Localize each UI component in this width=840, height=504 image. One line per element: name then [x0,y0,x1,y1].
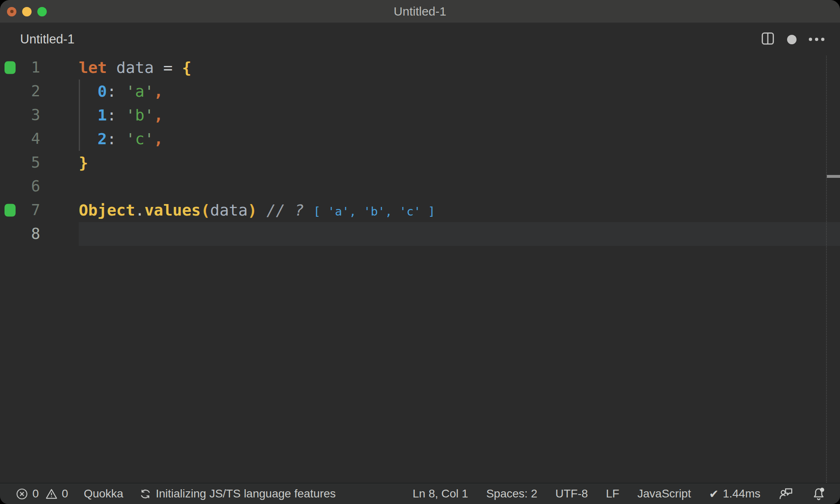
code-token: : [107,130,116,148]
code-token: , [154,106,163,124]
code-token: . [135,201,144,219]
code-token: ' [144,106,154,124]
code-token: ' [126,106,135,124]
code-token: 0 [98,82,107,100]
quokka-run-time[interactable]: ✔ 1.44ms [709,487,760,501]
split-editor-icon[interactable] [761,32,775,47]
code-content: Object.values(data) // ? [ 'a', 'b', 'c'… [79,198,840,222]
code-token: ) [248,201,257,219]
code-line-3[interactable]: 3 1: 'b', [0,103,840,127]
indentation-indicator[interactable]: Spaces: 2 [486,487,537,500]
code-token: = [163,59,173,77]
notifications-button[interactable] [811,486,826,501]
code-token: 2 [98,130,107,148]
code-line-5[interactable]: 5} [0,151,840,175]
code-token: let [79,59,107,77]
code-token [116,106,126,124]
code-content [79,175,840,198]
gutter: 7 [0,198,59,222]
code-token: data [116,59,154,77]
encoding-indicator[interactable]: UTF-8 [555,487,588,500]
code-line-6[interactable]: 6 [0,175,840,198]
line-number[interactable]: 7 [0,198,40,222]
code-token: data [210,201,248,219]
vscode-window: Untitled-1 Untitled-1 1let data = {2 0: … [0,0,840,504]
line-number[interactable]: 3 [0,103,40,127]
quokka-status[interactable]: Quokka [84,487,123,500]
quokka-inline-value: [ 'a', 'b', 'c' ] [313,204,435,218]
problems-indicator[interactable]: 0 0 [16,487,68,500]
tab-filename[interactable]: Untitled-1 [20,23,75,56]
status-bar-right: Ln 8, Col 1 Spaces: 2 UTF-8 LF JavaScrip… [413,486,840,501]
line-number[interactable]: 5 [0,151,40,175]
code-token [304,201,313,219]
code-token: } [79,154,88,172]
notification-badge [820,488,824,492]
code-line-7[interactable]: 7Object.values(data) // ? [ 'a', 'b', 'c… [0,198,840,222]
code-content: 1: 'b', [79,103,840,127]
code-token [107,59,116,77]
code-token: : [107,82,116,100]
gutter: 8 [0,222,59,246]
gutter: 4 [0,127,59,151]
code-content: 0: 'a', [79,79,840,103]
window-title: Untitled-1 [0,0,840,23]
code-content [79,222,840,246]
error-circle-icon [16,488,28,500]
language-mode[interactable]: JavaScript [637,487,691,500]
modified-dot-icon[interactable] [787,35,797,44]
titlebar: Untitled-1 [0,0,840,23]
code-line-1[interactable]: 1let data = { [0,56,840,79]
code-token [154,59,163,77]
feedback-icon [778,486,793,501]
bell-icon [811,486,826,501]
warning-triangle-icon [45,488,58,500]
sync-icon [139,488,152,500]
code-token: { [182,59,192,77]
code-token: // ? [267,201,304,219]
code-line-2[interactable]: 2 0: 'a', [0,79,840,103]
code-token: 1 [98,106,107,124]
gutter: 1 [0,56,59,79]
eol-indicator[interactable]: LF [606,487,619,500]
gutter: 2 [0,79,59,103]
status-bar: 0 0 Quokka Initializing JS/TS l [0,483,840,504]
code-line-8[interactable]: 8 [0,222,840,246]
feedback-button[interactable] [778,486,793,501]
warning-count: 0 [62,487,68,500]
code-token: ( [201,201,210,219]
more-actions-button[interactable] [809,38,824,41]
editor-header: Untitled-1 [0,23,840,56]
gutter: 5 [0,151,59,175]
code-token: Object [79,201,135,219]
editor[interactable]: 1let data = {2 0: 'a',3 1: 'b',4 2: 'c',… [0,56,840,483]
language-features-status[interactable]: Initializing JS/TS language features [139,487,336,500]
line-number[interactable]: 8 [0,222,40,246]
line-number[interactable]: 2 [0,79,40,103]
code-token: : [107,106,116,124]
code-token [116,130,126,148]
line-number[interactable]: 1 [0,56,40,79]
indent-guide [79,79,80,151]
code-token: ' [144,130,154,148]
code-line-4[interactable]: 4 2: 'c', [0,127,840,151]
line-number[interactable]: 4 [0,127,40,151]
code-token [79,106,98,124]
status-bar-left: 0 0 Quokka Initializing JS/TS l [0,487,336,500]
gutter: 3 [0,103,59,127]
code-token [257,201,267,219]
code-token: b [135,106,144,124]
code-token: a [135,82,144,100]
error-count: 0 [32,487,39,500]
code-token [116,82,126,100]
code-content: } [79,151,840,175]
overview-ruler-cursor-mark [827,175,840,178]
code-token: ' [126,130,135,148]
code-token: , [154,130,163,148]
line-number[interactable]: 6 [0,175,40,198]
code-token: values [144,201,201,219]
code-token [173,59,182,77]
column-ruler [826,56,827,483]
cursor-position[interactable]: Ln 8, Col 1 [413,487,468,500]
code-token [79,82,98,100]
